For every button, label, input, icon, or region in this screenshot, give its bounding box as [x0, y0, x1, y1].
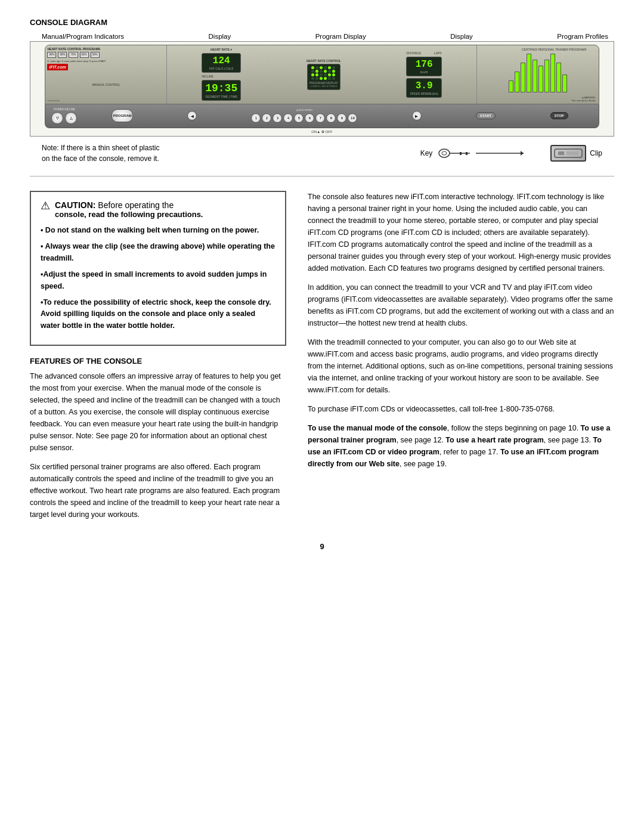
svg-marker-6 — [521, 151, 524, 156]
svg-point-0 — [439, 149, 450, 157]
on-off-indicator: ON▲ ✿ OFF — [311, 129, 332, 134]
btn-10[interactable]: 10 — [348, 113, 357, 123]
btn-3[interactable]: 3 — [273, 113, 282, 123]
program-indicators: 90% 80% 70% 60% 50% — [47, 52, 165, 58]
page-container: CONSOLE DIAGRAM Manual/Program Indicator… — [30, 18, 614, 551]
console-button-panel: POWER INCLINE ▽ △ PROGRAM ◀ QUICK SPEED … — [45, 104, 599, 128]
console-top-panel: HEART RATE CONTROL PROGRAMS 90% 80% 70% … — [45, 45, 599, 104]
clip-image — [550, 145, 586, 162]
console-inner: HEART RATE CONTROL PROGRAMS 90% 80% 70% … — [30, 42, 614, 136]
program-display-area: HEART RATE CONTROL PROGRAM DISPLAY — [306, 59, 341, 90]
profile-bars — [509, 57, 567, 92]
caution-title: CAUTION: Before operating the — [55, 200, 174, 210]
left-column: ⚠ CAUTION: Before operating the console,… — [30, 191, 286, 528]
speed-up-btn[interactable]: ▶ — [412, 111, 422, 120]
label-display1: Display — [209, 33, 231, 40]
clip-icon — [553, 147, 583, 160]
label-program-display: Program Display — [315, 33, 366, 40]
features-para-2: Six certified personal trainer programs … — [30, 461, 286, 521]
speed-display-1: 176 Km/H — [406, 57, 441, 76]
key-label: Key — [420, 149, 433, 157]
warning-text: ▲WARNING:See manual for details. — [572, 97, 596, 103]
svg-rect-9 — [566, 151, 578, 155]
svg-rect-8 — [558, 151, 564, 155]
dot-matrix — [311, 66, 336, 80]
svg-rect-3 — [460, 152, 462, 155]
right-column: The console also features new iFIT.com i… — [308, 191, 614, 528]
btn-5[interactable]: 5 — [294, 113, 304, 123]
right-para-5: To use the manual mode of the console, f… — [308, 422, 614, 470]
console-left-text: HEART RATE CONTROL PROGRAMS 90% 80% 70% … — [47, 47, 165, 71]
console-left-section: HEART RATE CONTROL PROGRAMS 90% 80% 70% … — [45, 45, 167, 104]
diagram-labels-row: Manual/Program Indicators Display Progra… — [30, 33, 614, 40]
features-title: FEATURES OF THE CONSOLE — [30, 357, 286, 366]
btn-9[interactable]: 9 — [337, 113, 346, 123]
caution-body: • Do not stand on the walking belt when … — [41, 225, 275, 332]
right-para-3: With the treadmill connected to your com… — [308, 336, 614, 396]
caution-triangle-icon: ⚠ — [41, 200, 50, 211]
key-icon — [437, 147, 473, 160]
svg-point-1 — [442, 151, 447, 155]
label-manual-indicators: Manual/Program Indicators — [42, 33, 124, 40]
caution-item-1: • Do not stand on the walking belt when … — [41, 225, 275, 236]
label-program-profiles: Program Profiles — [557, 33, 608, 40]
page-number: 9 — [30, 542, 614, 551]
caution-item-3: •Adjust the speed in small increments to… — [41, 269, 275, 292]
speed-display-2: 3.9 SPEED MIN/MIL(km) — [406, 78, 441, 98]
console-diagram-section: CONSOLE DIAGRAM Manual/Program Indicator… — [30, 18, 614, 176]
incline-up-btn[interactable]: △ — [65, 112, 77, 124]
caution-subtitle: console, read the following precautions. — [55, 210, 203, 219]
console-diagram-image: HEART RATE CONTROL PROGRAMS 90% 80% 70% … — [30, 41, 614, 137]
label-display2: Display — [450, 33, 473, 40]
features-para-1: The advanced console offers an impressiv… — [30, 370, 286, 454]
caution-box: ⚠ CAUTION: Before operating the console,… — [30, 191, 286, 346]
incline-down-btn[interactable]: ▽ — [51, 112, 63, 124]
caution-header: ⚠ CAUTION: Before operating the console,… — [41, 200, 275, 219]
right-para-4: To purchase iFIT.com CDs or videocassett… — [308, 403, 614, 415]
btn-4[interactable]: 4 — [283, 113, 293, 123]
left-displays: HEART RATE ♥ 124 FAT CALS | CALS INCLINE… — [202, 48, 241, 101]
btn-7[interactable]: 7 — [315, 113, 325, 123]
clip-label: Clip — [590, 149, 602, 157]
stop-button[interactable]: STOP — [550, 112, 568, 119]
caution-item-4: •To reduce the possibility of electric s… — [41, 297, 275, 332]
note-text: Note: If there is a thin sheet of plasti… — [42, 143, 397, 164]
program-button[interactable]: PROGRAM — [112, 109, 133, 122]
connector-line — [476, 147, 524, 159]
caution-item-2: • Always wear the clip (see the drawing … — [41, 241, 275, 264]
btn-6[interactable]: 6 — [305, 113, 314, 123]
incline-buttons: ▽ △ — [51, 112, 77, 124]
btn-8[interactable]: 8 — [326, 113, 336, 123]
console-right-section: CERTIFIED PERSONAL TRAINER PROGRAMS — [477, 45, 599, 104]
btn-1[interactable]: 1 — [251, 113, 261, 123]
heart-rate-display: 124 FAT CALS | CALS — [202, 53, 241, 73]
speed-down-btn[interactable]: ◀ — [187, 111, 197, 120]
main-content: ⚠ CAUTION: Before operating the console,… — [30, 191, 614, 528]
power-incline-area: POWER INCLINE ▽ △ — [51, 108, 77, 124]
number-buttons: 1 2 3 4 5 6 7 8 9 10 — [251, 113, 357, 123]
clip-area: Clip — [550, 145, 602, 162]
svg-rect-4 — [466, 152, 467, 155]
time-display: 19:35 SEGMENT TIME | TIME — [202, 80, 241, 101]
key-clip-row: Note: If there is a thin sheet of plasti… — [30, 143, 614, 164]
btn-2[interactable]: 2 — [262, 113, 271, 123]
right-para-2: In addition, you can connect the treadmi… — [308, 281, 614, 329]
key-area: Key — [420, 147, 473, 160]
start-button[interactable]: START — [476, 112, 496, 119]
console-center-section: HEART RATE ♥ 124 FAT CALS | CALS INCLINE… — [167, 45, 476, 104]
right-para-1: The console also features new iFIT.com i… — [308, 191, 614, 274]
right-displays: DISTANCE LAPS 176 Km/H 3.9 SPEED MIN/MIL… — [406, 51, 441, 98]
console-diagram-title: CONSOLE DIAGRAM — [30, 18, 614, 27]
program-dot-display: PROGRAM DISPLAY 1/4 MILE / 400 M TRACK — [307, 64, 340, 90]
